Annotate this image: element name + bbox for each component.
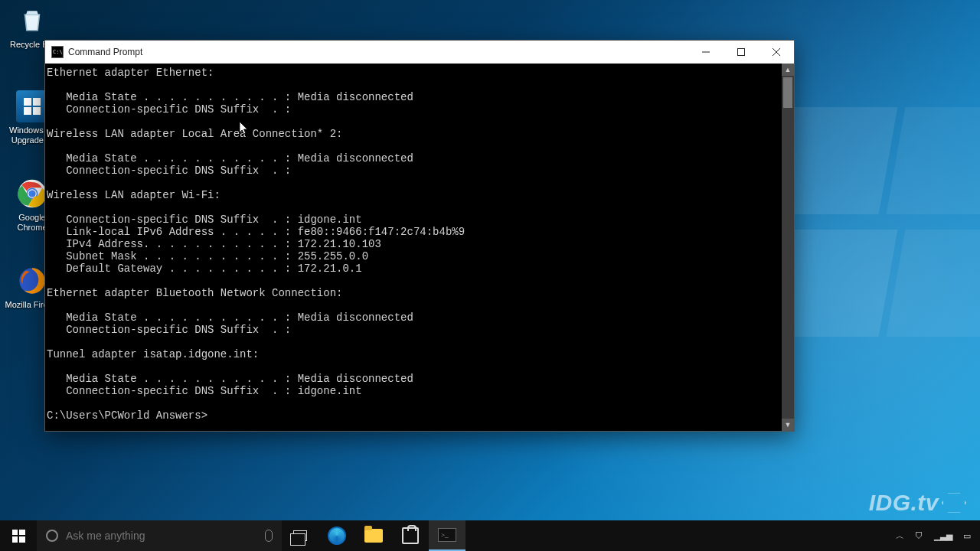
terminal-body[interactable]: Ethernet adapter Ethernet: Media State .… xyxy=(45,64,794,431)
tray-network-icon[interactable]: ▁▃▅ xyxy=(934,531,952,541)
folder-icon xyxy=(364,529,383,543)
hexagon-icon xyxy=(942,492,966,514)
recycle-bin-icon xyxy=(16,5,48,37)
scroll-down-button[interactable]: ▼ xyxy=(782,419,794,431)
scrollbar[interactable]: ▲ ▼ xyxy=(782,64,794,431)
minimize-button[interactable] xyxy=(688,41,724,64)
taskbar-edge[interactable] xyxy=(318,520,355,551)
tray-security-icon[interactable]: ⛉ xyxy=(915,531,923,540)
close-button[interactable] xyxy=(759,41,794,64)
taskbar-file-explorer[interactable] xyxy=(355,520,392,551)
search-input[interactable] xyxy=(66,530,265,542)
chrome-icon xyxy=(16,178,48,210)
terminal-icon xyxy=(438,528,456,542)
tray-notifications-icon[interactable]: ▭ xyxy=(963,531,971,541)
maximize-button[interactable] xyxy=(724,41,759,64)
system-tray[interactable]: ︿ ⛉ ▁▃▅ ▭ xyxy=(887,530,980,542)
firefox-icon xyxy=(16,265,48,297)
cortana-icon xyxy=(46,530,58,542)
start-button[interactable] xyxy=(0,520,37,551)
command-prompt-window[interactable]: Command Prompt Ethernet adapter Ethernet… xyxy=(44,40,795,432)
task-view-button[interactable] xyxy=(282,520,318,551)
store-icon xyxy=(402,527,419,544)
windows-upgrade-icon xyxy=(16,90,48,122)
taskbar-search[interactable] xyxy=(37,520,282,551)
tray-chevron-up-icon[interactable]: ︿ xyxy=(896,530,904,542)
taskbar[interactable]: ︿ ⛉ ▁▃▅ ▭ xyxy=(0,520,980,551)
window-title: Command Prompt xyxy=(68,47,142,57)
microphone-icon[interactable] xyxy=(265,530,273,542)
window-titlebar[interactable]: Command Prompt xyxy=(45,41,794,64)
taskbar-command-prompt[interactable] xyxy=(429,520,466,551)
taskbar-store[interactable] xyxy=(392,520,429,551)
svg-rect-4 xyxy=(738,49,745,56)
scroll-up-button[interactable]: ▲ xyxy=(782,64,794,76)
windows-logo-icon xyxy=(12,530,25,543)
svg-point-2 xyxy=(28,190,35,197)
edge-icon xyxy=(328,527,346,545)
watermark: IDG.tv xyxy=(869,489,966,514)
cmd-icon xyxy=(51,46,64,58)
task-view-icon xyxy=(293,530,307,541)
scroll-thumb[interactable] xyxy=(783,77,792,108)
terminal-output: Ethernet adapter Ethernet: Media State .… xyxy=(45,64,794,422)
desktop[interactable]: Recycle Bin Windows 10 Upgrade ... Googl… xyxy=(0,0,980,551)
